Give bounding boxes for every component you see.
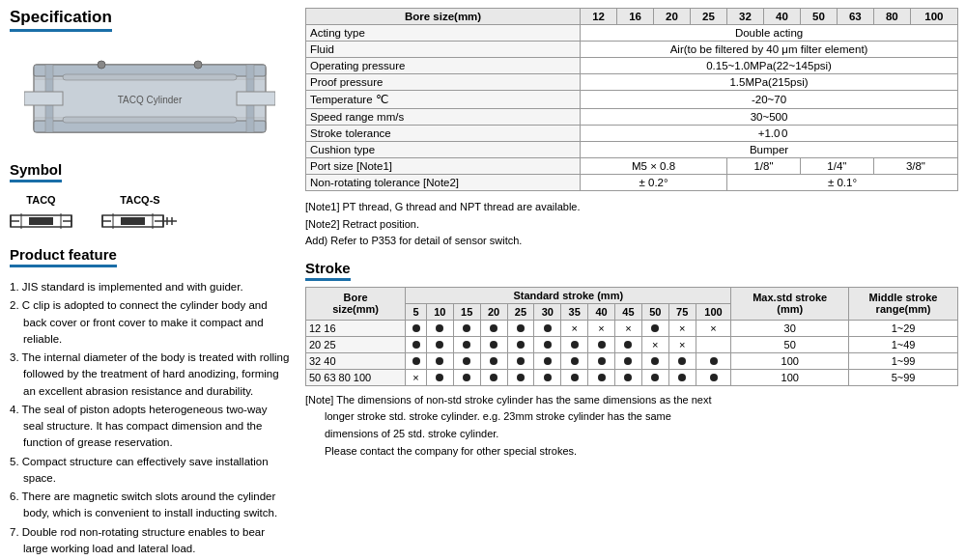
stroke-col-75: 75 [668, 303, 696, 320]
stroke-header-maxstd: Max.std stroke(mm) [731, 287, 849, 320]
symbol-item-tacq: TACQ [10, 194, 72, 235]
stroke-cell-0-9 [641, 320, 668, 336]
stroke-cell-1-8 [615, 336, 642, 352]
tacq-symbol [10, 208, 72, 235]
stroke-max-1: 50 [731, 336, 849, 352]
spec-label-port: Port size [Note1] [306, 158, 581, 175]
spec-label-op-pressure: Operating pressure [306, 58, 581, 74]
stroke-col-30: 30 [534, 303, 561, 320]
symbol-title: Symbol [10, 161, 62, 182]
spec-label-fluid: Fluid [306, 42, 581, 58]
symbol-item-tacqs: TACQ-S [101, 194, 179, 235]
spec-value-port-38: 3/8" [873, 158, 957, 175]
stroke-cell-2-2 [453, 352, 480, 369]
right-panel: Bore size(mm) 12 16 20 25 32 40 50 63 80… [299, 0, 966, 560]
stroke-cell-1-4 [507, 336, 534, 352]
spec-header-100: 100 [910, 9, 957, 25]
spec-note-2: [Note2] Retract position. [305, 216, 958, 234]
stroke-cell-0-1 [426, 320, 453, 336]
spec-value-port-14: 1/4" [800, 158, 873, 175]
spec-note-3: Add) Refer to P353 for detail of sensor … [305, 233, 958, 250]
spec-value-port-m5: M5 × 0.8 [581, 158, 727, 175]
stroke-row: 12 16×××××301~29 [306, 320, 958, 336]
stroke-note-line2: longer stroke std. stroke cylinder. e.g.… [305, 410, 671, 422]
spec-row-speed: Speed range mm/s 30~500 [306, 109, 958, 126]
spec-header-40: 40 [763, 9, 800, 25]
stroke-cell-1-10: × [668, 336, 696, 352]
symbol-label-tacqs: TACQ-S [120, 194, 159, 206]
feature-6: 6. There are magnetic switch slots aroun… [10, 489, 290, 522]
stroke-cell-1-11 [696, 336, 731, 352]
stroke-col-35: 35 [561, 303, 588, 320]
spec-row-stroke-tolerance: Stroke tolerance +1.00 [306, 126, 958, 142]
spec-row-proof-pressure: Proof pressure 1.5MPa(215psi) [306, 74, 958, 91]
product-feature-title: Product feature [10, 246, 117, 267]
stroke-max-2: 100 [731, 352, 849, 369]
stroke-cell-2-5 [534, 352, 561, 369]
stroke-cell-0-7: × [588, 320, 615, 336]
stroke-bore-0: 12 16 [306, 320, 406, 336]
stroke-row: 50 63 80 100×1005~99 [306, 369, 958, 385]
svg-rect-11 [63, 74, 237, 80]
stroke-middle-1: 1~49 [849, 336, 958, 352]
spec-row-temp: Temperature ℃ -20~70 [306, 91, 958, 109]
stroke-note-line4: Please contact the company for other spe… [305, 445, 577, 457]
stroke-cell-2-11 [696, 352, 731, 369]
symbol-row: TACQ TACQ-S [10, 194, 290, 235]
spec-row-op-pressure: Operating pressure 0.15~1.0MPa(22~145psi… [306, 58, 958, 74]
spec-header-16: 16 [617, 9, 654, 25]
spec-label-cushion: Cushion type [306, 142, 581, 158]
stroke-col-10: 10 [426, 303, 453, 320]
stroke-col-45: 45 [615, 303, 642, 320]
spec-value-fluid: Air(to be filtered by 40 μm filter eleme… [581, 42, 958, 58]
stroke-cell-2-10 [668, 352, 696, 369]
spec-row-acting: Acting type Double acting [306, 25, 958, 42]
stroke-cell-1-1 [426, 336, 453, 352]
svg-point-10 [194, 61, 202, 69]
spec-value-temp: -20~70 [581, 91, 958, 109]
svg-point-9 [98, 61, 105, 69]
page-title: Specification [10, 8, 112, 32]
stroke-cell-3-3 [480, 369, 507, 385]
svg-rect-12 [63, 117, 237, 123]
stroke-cell-2-1 [426, 352, 453, 369]
spec-row-port: Port size [Note1] M5 × 0.8 1/8" 1/4" 3/8… [306, 158, 958, 175]
stroke-middle-0: 1~29 [849, 320, 958, 336]
stroke-cell-3-4 [507, 369, 534, 385]
spec-label-acting: Acting type [306, 25, 581, 42]
spec-value-nonrot-01: ± 0.1° [726, 175, 957, 191]
stroke-title: Stroke [305, 260, 351, 281]
spec-label-nonrot: Non-rotating tolerance [Note2] [306, 175, 581, 191]
stroke-col-20: 20 [480, 303, 507, 320]
left-panel: Specification TACQ Cylinder [0, 0, 299, 560]
spec-header-50: 50 [800, 9, 837, 25]
stroke-bore-3: 50 63 80 100 [306, 369, 406, 385]
spec-value-op-pressure: 0.15~1.0MPa(22~145psi) [581, 58, 958, 74]
stroke-cell-3-9 [641, 369, 668, 385]
stroke-cell-1-7 [588, 336, 615, 352]
stroke-row: 32 401001~99 [306, 352, 958, 369]
stroke-cell-3-8 [615, 369, 642, 385]
stroke-cell-0-2 [453, 320, 480, 336]
feature-5: 5. Compact structure can effectively sav… [10, 454, 290, 488]
spec-row-nonrot: Non-rotating tolerance [Note2] ± 0.2° ± … [306, 175, 958, 191]
spec-header-bore: Bore size(mm) [306, 9, 581, 25]
spec-header-63: 63 [837, 9, 873, 25]
stroke-col-100: 100 [696, 303, 731, 320]
cylinder-image: TACQ Cylinder [24, 45, 275, 152]
spec-header-20: 20 [654, 9, 691, 25]
spec-row-fluid: Fluid Air(to be filtered by 40 μm filter… [306, 42, 958, 58]
stroke-cell-2-9 [641, 352, 668, 369]
stroke-cell-3-2 [453, 369, 480, 385]
spec-label-speed: Speed range mm/s [306, 109, 581, 126]
svg-text:TACQ Cylinder: TACQ Cylinder [118, 95, 183, 105]
stroke-header-middle: Middle strokerange(mm) [849, 287, 958, 320]
spec-value-stroke-tol: +1.00 [581, 126, 958, 142]
svg-rect-6 [237, 92, 275, 105]
stroke-cell-0-4 [507, 320, 534, 336]
stroke-max-3: 100 [731, 369, 849, 385]
stroke-col-15: 15 [453, 303, 480, 320]
spec-note-1: [Note1] PT thread, G thread and NPT thre… [305, 199, 958, 216]
stroke-cell-0-10: × [668, 320, 696, 336]
stroke-cell-2-8 [615, 352, 642, 369]
